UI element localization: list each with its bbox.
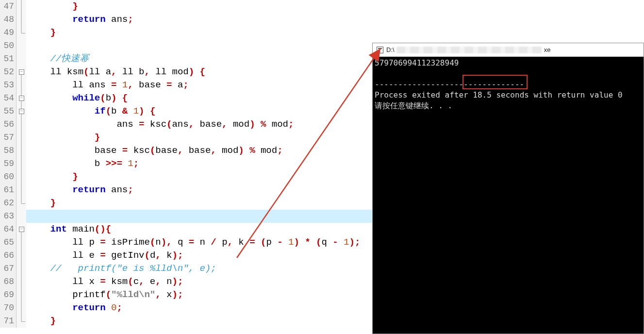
terminal-exit-line: Process exited after 18.5 seconds with r… (375, 90, 623, 100)
code-line[interactable]: 58 base = ksc(base, base, mod) % mod; (0, 144, 374, 157)
code-line[interactable]: 68 ll x = ksm(c, e, n); (0, 275, 374, 288)
code-content[interactable]: } (26, 26, 374, 39)
code-content[interactable]: ll x = ksm(c, e, n); (26, 275, 374, 288)
code-content[interactable]: } (26, 315, 374, 328)
line-number[interactable]: 48 (0, 13, 17, 26)
code-content[interactable]: //快速幂 (26, 52, 374, 66)
terminal-title-redacted (396, 47, 542, 53)
line-number[interactable]: 60 (0, 170, 17, 184)
fold-guide (17, 157, 26, 170)
code-line[interactable]: 52− ll ksm(ll a, ll b, ll mod) { (0, 66, 374, 79)
code-line[interactable]: 51 //快速幂 (0, 52, 374, 66)
code-line[interactable]: 60 } (0, 170, 374, 184)
fold-guide (17, 236, 26, 249)
line-number[interactable]: 61 (0, 184, 17, 197)
line-number[interactable]: 56 (0, 118, 17, 131)
code-content[interactable]: printf("%lld\n", x); (26, 288, 374, 301)
code-content[interactable]: } (26, 197, 374, 210)
code-content[interactable]: if(b & 1) { (26, 105, 374, 118)
code-line[interactable]: 69 printf("%lld\n", x); (0, 288, 374, 301)
line-number[interactable]: 70 (0, 301, 17, 315)
line-number[interactable]: 66 (0, 249, 17, 262)
code-content[interactable]: ll ans = 1, base = a; (26, 79, 374, 92)
code-content[interactable]: return ans; (26, 184, 374, 197)
fold-guide (17, 131, 26, 144)
code-line[interactable]: 53 ll ans = 1, base = a; (0, 79, 374, 92)
code-line[interactable]: 59 b >>= 1; (0, 157, 374, 170)
fold-guide (17, 301, 26, 315)
code-line[interactable]: 49 } (0, 26, 374, 39)
code-content[interactable]: } (26, 170, 374, 184)
code-line[interactable]: 63 (0, 210, 374, 223)
code-content[interactable]: ans = ksc(ans, base, mod) % mod; (26, 118, 374, 131)
code-line[interactable]: 65 ll p = isPrime(n), q = n / p, k = (p … (0, 236, 374, 249)
code-line[interactable]: 71 } (0, 315, 374, 328)
line-number[interactable]: 54 (0, 92, 17, 105)
code-line[interactable]: 64− int main(){ (0, 223, 374, 236)
fold-guide (17, 275, 26, 288)
code-line[interactable]: 56 ans = ksc(ans, base, mod) % mod; (0, 118, 374, 131)
code-content[interactable]: } (26, 131, 374, 144)
line-number[interactable]: 69 (0, 288, 17, 301)
code-line[interactable]: 57 } (0, 131, 374, 144)
terminal-title-suffix: xe (544, 46, 551, 53)
fold-guide (17, 288, 26, 301)
line-number[interactable]: 59 (0, 157, 17, 170)
code-content[interactable]: // printf("e is %lld\n", e); (26, 262, 374, 275)
line-number[interactable]: 55 (0, 105, 17, 118)
fold-toggle-icon[interactable]: − (17, 92, 26, 105)
terminal-exit-time: 18.5 seconds (473, 90, 529, 100)
line-number[interactable]: 68 (0, 275, 17, 288)
line-number[interactable]: 49 (0, 26, 17, 39)
code-content[interactable]: return ans; (26, 13, 374, 26)
line-number[interactable]: 62 (0, 197, 17, 210)
line-number[interactable]: 65 (0, 236, 17, 249)
code-line[interactable]: 50 (0, 39, 374, 52)
code-line[interactable]: 54− while(b) { (0, 92, 374, 105)
fold-guide (17, 13, 26, 26)
code-line[interactable]: 47 } (0, 0, 374, 13)
line-number[interactable]: 64 (0, 223, 17, 236)
line-number[interactable]: 58 (0, 144, 17, 157)
code-content[interactable]: return 0; (26, 301, 374, 315)
fold-toggle-icon[interactable]: − (17, 105, 26, 118)
fold-guide (17, 249, 26, 262)
terminal-body[interactable]: 579706994112328949 ---------------------… (373, 57, 644, 334)
line-number[interactable]: 71 (0, 315, 17, 328)
code-content[interactable]: while(b) { (26, 92, 374, 105)
fold-toggle-icon[interactable]: − (17, 223, 26, 236)
code-content[interactable]: ll p = isPrime(n), q = n / p, k = (p - 1… (26, 236, 374, 249)
line-number[interactable]: 50 (0, 39, 17, 52)
code-content[interactable]: base = ksc(base, base, mod) % mod; (26, 144, 374, 157)
line-number[interactable]: 63 (0, 210, 17, 223)
line-number[interactable]: 53 (0, 79, 17, 92)
code-line[interactable]: 70 return 0; (0, 301, 374, 315)
fold-guide (17, 197, 26, 210)
fold-guide (17, 210, 26, 223)
code-editor[interactable]: 47 }48 return ans;49 }5051 //快速幂52− ll k… (0, 0, 374, 328)
line-number[interactable]: 52 (0, 66, 17, 79)
fold-guide (17, 184, 26, 197)
code-content[interactable]: } (26, 0, 374, 13)
code-line[interactable]: 66 ll e = getInv(d, k); (0, 249, 374, 262)
code-line[interactable]: 67 // printf("e is %lld\n", e); (0, 262, 374, 275)
code-line[interactable]: 48 return ans; (0, 13, 374, 26)
code-line[interactable]: 61 return ans; (0, 184, 374, 197)
code-content[interactable] (26, 39, 374, 52)
code-line[interactable]: 55− if(b & 1) { (0, 105, 374, 118)
fold-guide (17, 52, 26, 66)
code-content[interactable] (26, 210, 374, 223)
terminal-titlebar[interactable]: D:\ xe (373, 43, 644, 57)
code-content[interactable]: ll e = getInv(d, k); (26, 249, 374, 262)
code-content[interactable]: ll ksm(ll a, ll b, ll mod) { (26, 66, 374, 79)
code-content[interactable]: b >>= 1; (26, 157, 374, 170)
fold-toggle-icon[interactable]: − (17, 66, 26, 79)
code-line[interactable]: 62 } (0, 197, 374, 210)
terminal-window: D:\ xe 579706994112328949 --------------… (372, 43, 644, 334)
line-number[interactable]: 51 (0, 52, 17, 66)
line-number[interactable]: 57 (0, 131, 17, 144)
code-content[interactable]: int main(){ (26, 223, 374, 236)
line-number[interactable]: 67 (0, 262, 17, 275)
line-number[interactable]: 47 (0, 0, 17, 13)
fold-guide (17, 262, 26, 275)
